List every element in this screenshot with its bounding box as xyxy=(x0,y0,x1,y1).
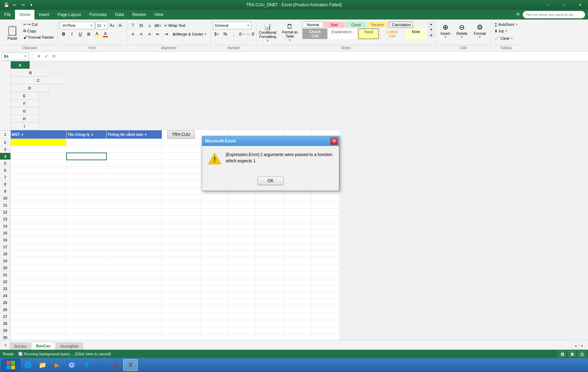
row-header-15[interactable]: 15 xyxy=(0,230,10,237)
cell[interactable] xyxy=(200,230,228,237)
tab-dulieu[interactable]: DuLieu xyxy=(10,342,31,350)
cell[interactable] xyxy=(66,160,106,167)
row-header-8[interactable]: 8 xyxy=(0,181,10,188)
cell[interactable] xyxy=(162,202,200,209)
close-btn[interactable]: ✕ xyxy=(572,0,588,10)
menu-data[interactable]: Data xyxy=(111,10,128,20)
cell[interactable] xyxy=(200,271,228,278)
cell[interactable] xyxy=(106,313,162,320)
cell[interactable] xyxy=(256,216,284,223)
cell[interactable]: Tên Công ty ▼ xyxy=(66,130,106,139)
row-header-11[interactable]: 11 xyxy=(0,202,10,209)
confirm-formula-btn[interactable]: ✓ xyxy=(43,53,50,60)
cell[interactable] xyxy=(284,230,312,237)
cell[interactable] xyxy=(106,216,162,223)
normal-view-btn[interactable]: ▦ xyxy=(559,351,566,357)
cell[interactable] xyxy=(162,285,200,292)
cell[interactable] xyxy=(228,202,256,209)
cell[interactable] xyxy=(10,216,66,223)
cell[interactable] xyxy=(106,195,162,202)
cell[interactable] xyxy=(284,285,312,292)
cell[interactable] xyxy=(66,139,106,146)
dialog-close-btn[interactable]: ✕ xyxy=(331,138,337,145)
clear-btn[interactable]: 🧹 Clear ~ xyxy=(493,35,519,41)
row-header-25[interactable]: 25 xyxy=(0,299,10,306)
cell[interactable] xyxy=(312,230,340,237)
undo-quick-btn[interactable]: ↩ xyxy=(11,1,18,8)
menu-insert[interactable]: Insert xyxy=(34,10,53,20)
cell[interactable] xyxy=(162,327,200,334)
cell[interactable] xyxy=(200,306,228,313)
cell[interactable] xyxy=(66,153,106,160)
cell[interactable] xyxy=(66,146,106,153)
cell[interactable] xyxy=(106,320,162,327)
cell[interactable] xyxy=(256,257,284,264)
style-calculation[interactable]: Calculation xyxy=(389,22,413,28)
cell[interactable] xyxy=(256,264,284,271)
cell[interactable] xyxy=(106,223,162,230)
menu-view[interactable]: View xyxy=(150,10,168,20)
decrease-indent-btn[interactable]: ⇤ xyxy=(154,30,162,38)
cell[interactable] xyxy=(162,278,200,285)
menu-home[interactable]: Home xyxy=(15,10,34,20)
cell[interactable] xyxy=(66,278,106,285)
scroll-right-btn[interactable]: ► xyxy=(580,343,585,348)
cell[interactable] xyxy=(162,292,200,299)
cell[interactable] xyxy=(200,223,228,230)
cell[interactable] xyxy=(106,188,162,195)
cell[interactable] xyxy=(228,292,256,299)
wrap-text-btn[interactable]: ↵ Wrap Text xyxy=(162,22,187,29)
cell[interactable] xyxy=(312,264,340,271)
style-good[interactable]: Good xyxy=(345,22,366,28)
cell[interactable] xyxy=(256,202,284,209)
format-painter-button[interactable]: 🖌 Format Painter xyxy=(22,34,55,40)
tab-baocao[interactable]: BaoCao xyxy=(32,342,55,350)
cell[interactable] xyxy=(10,320,66,327)
row-header-14[interactable]: 14 xyxy=(0,223,10,230)
cell[interactable] xyxy=(106,230,162,237)
cell[interactable] xyxy=(66,299,106,306)
cell[interactable] xyxy=(200,237,228,243)
cell[interactable] xyxy=(106,181,162,188)
cell[interactable] xyxy=(256,237,284,243)
cell[interactable] xyxy=(106,334,162,340)
cell[interactable] xyxy=(228,216,256,223)
cell[interactable] xyxy=(106,209,162,216)
cell[interactable] xyxy=(200,278,228,285)
cell[interactable] xyxy=(284,334,312,340)
row-header-21[interactable]: 21 xyxy=(0,271,10,278)
taskbar-pdf[interactable]: A xyxy=(109,359,122,371)
cell[interactable] xyxy=(200,257,228,264)
cell[interactable] xyxy=(66,250,106,257)
row-header-30[interactable]: 30 xyxy=(0,334,10,340)
row-header-22[interactable]: 22 xyxy=(0,278,10,285)
cell[interactable] xyxy=(284,264,312,271)
row-header-9[interactable]: 9 xyxy=(0,188,10,195)
cell[interactable] xyxy=(162,313,200,320)
cell[interactable] xyxy=(10,306,66,313)
comma-btn[interactable]: , xyxy=(230,30,237,38)
paste-button[interactable]: 📋 Paste xyxy=(3,22,21,44)
cell[interactable] xyxy=(228,250,256,257)
cell[interactable] xyxy=(284,243,312,250)
cell[interactable] xyxy=(228,209,256,216)
increase-decimal-btn[interactable]: .0→ xyxy=(238,30,246,38)
cell[interactable] xyxy=(284,257,312,264)
col-header-f[interactable]: F xyxy=(11,100,39,107)
cell[interactable] xyxy=(200,299,228,306)
cell[interactable] xyxy=(200,216,228,223)
cell[interactable] xyxy=(200,320,228,327)
formula-input[interactable] xyxy=(59,53,587,60)
cell[interactable] xyxy=(312,202,340,209)
cell[interactable] xyxy=(66,292,106,299)
status-background-query[interactable]: 🔄 Running background query ... [Click he… xyxy=(18,352,111,356)
row-header-27[interactable]: 27 xyxy=(0,313,10,320)
cell[interactable] xyxy=(228,278,256,285)
cell[interactable] xyxy=(256,292,284,299)
cell[interactable] xyxy=(312,285,340,292)
cell[interactable] xyxy=(66,209,106,216)
cell[interactable] xyxy=(10,250,66,257)
cell[interactable] xyxy=(256,327,284,334)
increase-indent-btn[interactable]: ⇥ xyxy=(162,30,170,38)
row-header-24[interactable]: 24 xyxy=(0,292,10,299)
